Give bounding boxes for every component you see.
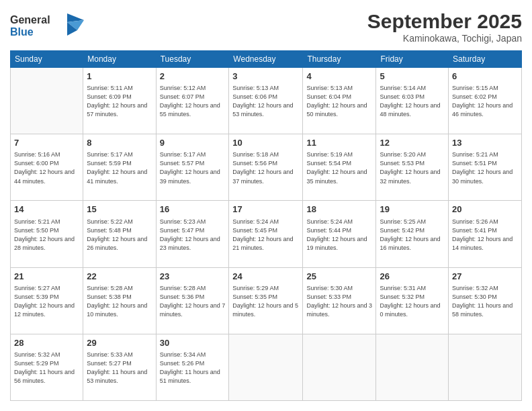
calendar-cell (11, 68, 83, 134)
day-info: Sunrise: 5:30 AM Sunset: 5:33 PM Dayligh… (306, 284, 372, 319)
calendar-cell: 23Sunrise: 5:28 AM Sunset: 5:36 PM Dayli… (156, 267, 229, 334)
title-section: September 2025 Kaminokawa, Tochigi, Japa… (367, 10, 522, 44)
day-info: Sunrise: 5:13 AM Sunset: 6:04 PM Dayligh… (306, 84, 372, 119)
day-number: 30 (160, 337, 226, 349)
calendar-cell: 6Sunrise: 5:15 AM Sunset: 6:02 PM Daylig… (449, 68, 522, 134)
day-info: Sunrise: 5:26 AM Sunset: 5:41 PM Dayligh… (452, 218, 518, 253)
day-info: Sunrise: 5:12 AM Sunset: 6:07 PM Dayligh… (160, 84, 226, 119)
day-number: 17 (232, 203, 299, 216)
col-friday: Friday (376, 51, 449, 68)
calendar-cell: 11Sunrise: 5:19 AM Sunset: 5:54 PM Dayli… (303, 134, 376, 201)
day-number: 11 (306, 137, 372, 149)
svg-text:Blue: Blue (10, 26, 34, 38)
calendar-week-5: 28Sunrise: 5:32 AM Sunset: 5:29 PM Dayli… (11, 334, 522, 400)
day-info: Sunrise: 5:27 AM Sunset: 5:39 PM Dayligh… (14, 284, 79, 319)
day-number: 12 (380, 137, 445, 149)
calendar-cell: 24Sunrise: 5:29 AM Sunset: 5:35 PM Dayli… (229, 267, 303, 334)
calendar-cell: 18Sunrise: 5:24 AM Sunset: 5:44 PM Dayli… (303, 201, 376, 267)
day-number: 25 (306, 271, 372, 283)
day-number: 7 (14, 137, 79, 149)
day-number: 23 (160, 271, 226, 283)
calendar-cell: 19Sunrise: 5:25 AM Sunset: 5:42 PM Dayli… (376, 201, 449, 267)
calendar-cell: 14Sunrise: 5:21 AM Sunset: 5:50 PM Dayli… (11, 201, 83, 267)
calendar-cell: 20Sunrise: 5:26 AM Sunset: 5:41 PM Dayli… (449, 201, 522, 267)
calendar-cell: 25Sunrise: 5:30 AM Sunset: 5:33 PM Dayli… (303, 267, 376, 334)
calendar-cell: 9Sunrise: 5:17 AM Sunset: 5:57 PM Daylig… (156, 134, 229, 201)
day-number: 20 (452, 203, 518, 216)
day-number: 29 (87, 337, 152, 349)
day-number: 5 (380, 71, 445, 83)
day-info: Sunrise: 5:17 AM Sunset: 5:57 PM Dayligh… (160, 150, 226, 185)
calendar-cell: 4Sunrise: 5:13 AM Sunset: 6:04 PM Daylig… (303, 68, 376, 134)
logo-text: General Blue (10, 10, 84, 43)
calendar-cell: 26Sunrise: 5:31 AM Sunset: 5:32 PM Dayli… (376, 267, 449, 334)
calendar-cell: 10Sunrise: 5:18 AM Sunset: 5:56 PM Dayli… (229, 134, 303, 201)
day-info: Sunrise: 5:21 AM Sunset: 5:50 PM Dayligh… (14, 218, 79, 253)
calendar-cell: 29Sunrise: 5:33 AM Sunset: 5:27 PM Dayli… (83, 334, 156, 400)
calendar-week-3: 14Sunrise: 5:21 AM Sunset: 5:50 PM Dayli… (11, 201, 522, 267)
day-info: Sunrise: 5:32 AM Sunset: 5:29 PM Dayligh… (14, 351, 79, 385)
day-number: 3 (232, 71, 299, 83)
day-number: 22 (87, 271, 152, 283)
day-info: Sunrise: 5:15 AM Sunset: 6:02 PM Dayligh… (452, 84, 518, 119)
calendar-cell: 8Sunrise: 5:17 AM Sunset: 5:59 PM Daylig… (83, 134, 156, 201)
header-row: Sunday Monday Tuesday Wednesday Thursday… (11, 51, 522, 68)
day-info: Sunrise: 5:34 AM Sunset: 5:26 PM Dayligh… (160, 351, 226, 385)
calendar-cell: 27Sunrise: 5:32 AM Sunset: 5:30 PM Dayli… (449, 267, 522, 334)
day-info: Sunrise: 5:28 AM Sunset: 5:36 PM Dayligh… (160, 284, 226, 319)
calendar-week-1: 1Sunrise: 5:11 AM Sunset: 6:09 PM Daylig… (11, 68, 522, 134)
day-info: Sunrise: 5:22 AM Sunset: 5:48 PM Dayligh… (87, 218, 152, 253)
day-info: Sunrise: 5:33 AM Sunset: 5:27 PM Dayligh… (87, 351, 152, 385)
month-title: September 2025 (367, 10, 522, 33)
calendar-cell: 15Sunrise: 5:22 AM Sunset: 5:48 PM Dayli… (83, 201, 156, 267)
calendar-cell: 12Sunrise: 5:20 AM Sunset: 5:53 PM Dayli… (376, 134, 449, 201)
calendar-cell: 30Sunrise: 5:34 AM Sunset: 5:26 PM Dayli… (156, 334, 229, 400)
col-tuesday: Tuesday (156, 51, 229, 68)
day-info: Sunrise: 5:32 AM Sunset: 5:30 PM Dayligh… (452, 284, 518, 319)
calendar-cell: 22Sunrise: 5:28 AM Sunset: 5:38 PM Dayli… (83, 267, 156, 334)
day-number: 14 (14, 203, 79, 216)
day-info: Sunrise: 5:31 AM Sunset: 5:32 PM Dayligh… (380, 284, 445, 319)
logo: General Blue (10, 10, 84, 43)
calendar-week-4: 21Sunrise: 5:27 AM Sunset: 5:39 PM Dayli… (11, 267, 522, 334)
day-number: 19 (380, 203, 445, 216)
calendar-cell: 5Sunrise: 5:14 AM Sunset: 6:03 PM Daylig… (376, 68, 449, 134)
day-info: Sunrise: 5:24 AM Sunset: 5:45 PM Dayligh… (232, 218, 299, 253)
day-number: 15 (87, 203, 152, 216)
day-info: Sunrise: 5:17 AM Sunset: 5:59 PM Dayligh… (87, 150, 152, 185)
calendar-cell: 1Sunrise: 5:11 AM Sunset: 6:09 PM Daylig… (83, 68, 156, 134)
calendar-table: Sunday Monday Tuesday Wednesday Thursday… (10, 50, 522, 401)
day-info: Sunrise: 5:14 AM Sunset: 6:03 PM Dayligh… (380, 84, 445, 119)
day-info: Sunrise: 5:16 AM Sunset: 6:00 PM Dayligh… (14, 150, 79, 185)
location: Kaminokawa, Tochigi, Japan (367, 33, 522, 44)
day-info: Sunrise: 5:18 AM Sunset: 5:56 PM Dayligh… (232, 150, 299, 185)
day-info: Sunrise: 5:24 AM Sunset: 5:44 PM Dayligh… (306, 218, 372, 253)
calendar-cell: 21Sunrise: 5:27 AM Sunset: 5:39 PM Dayli… (11, 267, 83, 334)
calendar-cell: 16Sunrise: 5:23 AM Sunset: 5:47 PM Dayli… (156, 201, 229, 267)
day-info: Sunrise: 5:20 AM Sunset: 5:53 PM Dayligh… (380, 150, 445, 185)
day-info: Sunrise: 5:13 AM Sunset: 6:06 PM Dayligh… (232, 84, 299, 119)
col-sunday: Sunday (11, 51, 83, 68)
day-number: 16 (160, 203, 226, 216)
day-number: 13 (452, 137, 518, 149)
day-number: 9 (160, 137, 226, 149)
calendar-cell: 13Sunrise: 5:21 AM Sunset: 5:51 PM Dayli… (449, 134, 522, 201)
day-info: Sunrise: 5:29 AM Sunset: 5:35 PM Dayligh… (232, 284, 299, 319)
svg-text:General: General (10, 14, 50, 26)
calendar-cell: 3Sunrise: 5:13 AM Sunset: 6:06 PM Daylig… (229, 68, 303, 134)
day-number: 27 (452, 271, 518, 283)
calendar-cell (376, 334, 449, 400)
col-thursday: Thursday (303, 51, 376, 68)
day-info: Sunrise: 5:21 AM Sunset: 5:51 PM Dayligh… (452, 150, 518, 185)
calendar-cell: 28Sunrise: 5:32 AM Sunset: 5:29 PM Dayli… (11, 334, 83, 400)
calendar-week-2: 7Sunrise: 5:16 AM Sunset: 6:00 PM Daylig… (11, 134, 522, 201)
day-number: 2 (160, 71, 226, 83)
day-number: 8 (87, 137, 152, 149)
day-number: 21 (14, 271, 79, 283)
col-saturday: Saturday (449, 51, 522, 68)
col-wednesday: Wednesday (229, 51, 303, 68)
logo-svg: General Blue (10, 10, 84, 40)
header: General Blue September 2025 Kaminokawa, … (10, 10, 522, 44)
day-number: 10 (232, 137, 299, 149)
day-number: 24 (232, 271, 299, 283)
